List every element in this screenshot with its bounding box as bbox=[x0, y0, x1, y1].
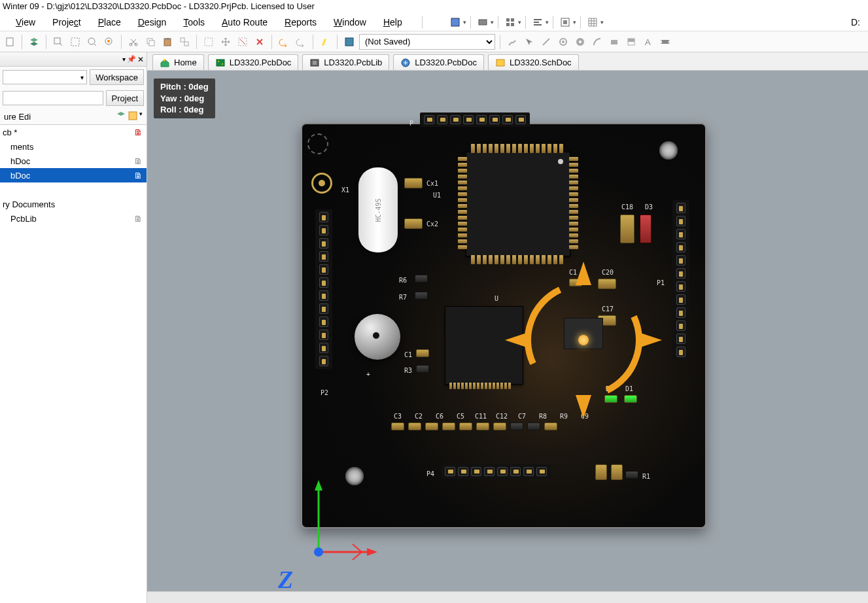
pcb-icon bbox=[215, 58, 226, 68]
tool-undo-icon[interactable] bbox=[277, 35, 291, 49]
menu-reports[interactable]: Reports bbox=[285, 17, 317, 27]
tool-route-icon[interactable] bbox=[505, 35, 519, 49]
tool-pad-icon[interactable] bbox=[573, 35, 587, 49]
menu-window[interactable]: Window bbox=[334, 17, 366, 27]
bottom-smd-row bbox=[391, 422, 557, 430]
designator: D1 bbox=[625, 386, 633, 392]
smd-cap bbox=[416, 349, 429, 357]
svg-rect-19 bbox=[165, 38, 169, 40]
tool-via-icon[interactable] bbox=[556, 35, 570, 49]
tree-row[interactable]: ments bbox=[0, 139, 147, 154]
menu-design[interactable]: Design bbox=[138, 17, 167, 27]
tool-dup-icon[interactable] bbox=[177, 35, 192, 49]
3d-viewport[interactable]: Pitch : 0deg Yaw : 0deg Roll : 0deg P U1 bbox=[147, 71, 868, 603]
horizontal-scrollbar[interactable] bbox=[147, 591, 868, 603]
tool-zoomfit-icon[interactable] bbox=[85, 35, 99, 49]
save-state-select[interactable]: (Not Saved) bbox=[359, 34, 495, 50]
svg-rect-41 bbox=[496, 60, 504, 66]
tool-line-icon[interactable] bbox=[539, 35, 553, 49]
tree-row[interactable]: ry Documents bbox=[0, 197, 147, 211]
menu-icon-4[interactable] bbox=[530, 15, 546, 29]
menu-icon-3[interactable] bbox=[502, 15, 518, 29]
project-button[interactable]: Project bbox=[106, 90, 144, 106]
svg-rect-33 bbox=[662, 40, 668, 44]
svg-rect-9 bbox=[54, 38, 60, 44]
menu-icon-1[interactable] bbox=[447, 15, 463, 29]
tool-cursor-icon[interactable] bbox=[522, 35, 536, 49]
svg-rect-39 bbox=[313, 61, 317, 65]
nav-gizmo[interactable] bbox=[551, 307, 616, 373]
menu-icon-2[interactable] bbox=[475, 15, 491, 29]
svg-text:A: A bbox=[645, 37, 651, 47]
tool-clear-icon[interactable] bbox=[252, 35, 267, 49]
tab-pcblib[interactable]: LD3320.PcbLib bbox=[302, 54, 389, 70]
panel-dropdown-icon[interactable]: ▾ bbox=[122, 56, 126, 63]
svg-rect-5 bbox=[511, 23, 514, 26]
designator: C6 bbox=[436, 413, 443, 420]
menu-icon-grid[interactable] bbox=[585, 15, 600, 29]
panel-refresh-icon[interactable] bbox=[116, 111, 126, 123]
tab-pcbdoc-1[interactable]: LD3320.PcbDoc bbox=[208, 54, 299, 70]
svg-point-28 bbox=[579, 41, 582, 43]
tool-text-icon[interactable]: A bbox=[641, 35, 655, 49]
tree-row[interactable] bbox=[0, 182, 147, 197]
designator: C3 bbox=[394, 413, 402, 420]
menu-project[interactable]: Project bbox=[52, 17, 81, 27]
svg-point-26 bbox=[562, 41, 564, 43]
tool-zoomwin-icon[interactable] bbox=[51, 35, 65, 49]
pcb-board[interactable]: P U1 X1 HC-49S Cx1 Cx2 bbox=[301, 123, 706, 528]
svg-rect-2 bbox=[506, 18, 510, 22]
tool-fill-icon[interactable] bbox=[607, 35, 621, 49]
tool-layers-icon[interactable] bbox=[27, 35, 41, 49]
panel-pin-icon[interactable]: 📌 bbox=[127, 55, 136, 63]
orientation-hud: Pitch : 0deg Yaw : 0deg Roll : 0deg bbox=[154, 78, 215, 118]
tool-browse-icon[interactable] bbox=[342, 35, 356, 49]
tool-paste-icon[interactable] bbox=[160, 35, 175, 49]
menu-place[interactable]: Place bbox=[98, 17, 121, 27]
designator: + bbox=[366, 371, 370, 378]
designator: Cx2 bbox=[426, 221, 438, 228]
tool-redo-icon[interactable] bbox=[294, 35, 308, 49]
menu-view[interactable]: View bbox=[16, 17, 35, 27]
led-d1 bbox=[624, 395, 637, 403]
tool-zoomsel-icon[interactable] bbox=[68, 35, 82, 49]
tool-copy-icon[interactable] bbox=[143, 35, 158, 49]
pcb-icon bbox=[400, 58, 411, 68]
tree-row[interactable]: hDoc🗎 bbox=[0, 154, 147, 168]
microphone bbox=[355, 314, 400, 360]
project-tree[interactable]: cb *🗎 ments hDoc🗎 bDoc🗎 ry Documents Pcb… bbox=[0, 124, 147, 603]
tool-comp-icon[interactable] bbox=[658, 35, 672, 49]
tree-row[interactable]: PcbLib🗎 bbox=[0, 211, 147, 226]
tool-move-icon[interactable] bbox=[218, 35, 233, 49]
tree-row-project[interactable]: cb *🗎 bbox=[0, 125, 147, 139]
tool-zoomobj-icon[interactable] bbox=[102, 35, 116, 49]
tool-region-icon[interactable] bbox=[624, 35, 638, 49]
designator: C11 bbox=[475, 413, 487, 420]
svg-rect-29 bbox=[611, 40, 617, 44]
tree-row-selected[interactable]: bDoc🗎 bbox=[0, 168, 147, 182]
panel-close-icon[interactable]: ✕ bbox=[137, 55, 144, 64]
workspace-button[interactable]: Workspace bbox=[90, 69, 144, 85]
tool-new-icon[interactable] bbox=[3, 35, 17, 49]
menu-autoroute[interactable]: Auto Route bbox=[222, 17, 268, 27]
tool-cut-icon[interactable] bbox=[126, 35, 141, 49]
led-d2 bbox=[604, 395, 617, 403]
panel-options-icon[interactable] bbox=[128, 111, 138, 123]
tool-highlight-icon[interactable] bbox=[318, 35, 332, 49]
tab-home[interactable]: Home bbox=[152, 54, 204, 70]
pad bbox=[611, 464, 623, 480]
tool-desel-icon[interactable] bbox=[235, 35, 250, 49]
menu-icon-5[interactable] bbox=[557, 15, 573, 29]
svg-point-37 bbox=[222, 63, 223, 65]
tool-select-icon[interactable] bbox=[201, 35, 216, 49]
svg-point-36 bbox=[218, 61, 219, 62]
menu-help[interactable]: Help bbox=[383, 17, 402, 27]
tab-pcbdoc-2[interactable]: LD3320.PcbDoc bbox=[393, 54, 484, 70]
tool-arc-icon[interactable] bbox=[590, 35, 604, 49]
menu-tools[interactable]: Tools bbox=[183, 17, 205, 27]
tab-schdoc[interactable]: LD3320.SchDoc bbox=[488, 54, 579, 70]
workspace-combo[interactable]: ▾ bbox=[3, 70, 87, 84]
svg-rect-31 bbox=[628, 39, 634, 42]
project-combo[interactable] bbox=[3, 91, 103, 105]
designator: C12 bbox=[496, 413, 508, 420]
